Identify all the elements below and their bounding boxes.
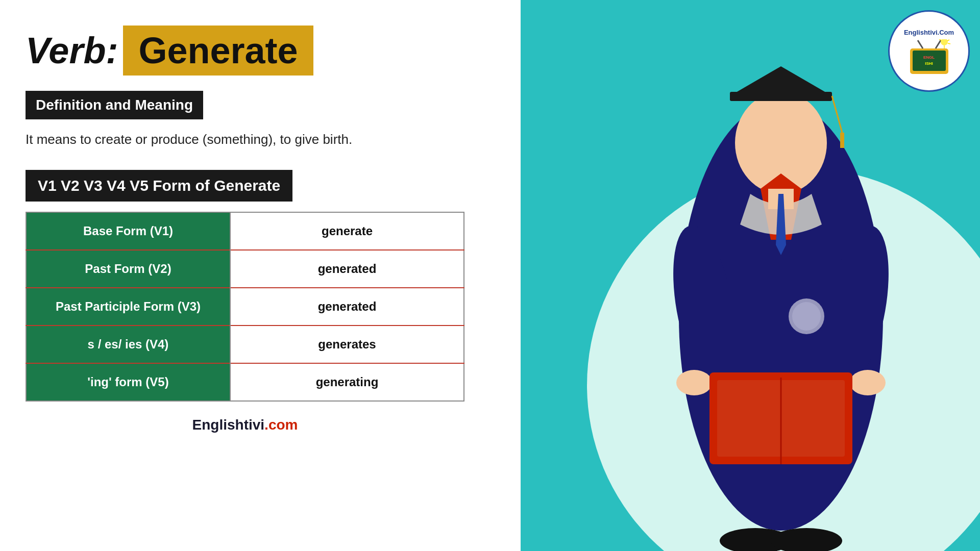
svg-line-25 [936,40,941,48]
graduate-figure [607,61,954,551]
verb-title: Verb: Generate [26,26,464,76]
svg-point-17 [771,528,842,551]
table-value-cell: generating [230,363,464,401]
verb-word: Generate [138,30,298,71]
definition-text: It means to create or produce (something… [26,130,464,149]
table-row: 'ing' form (V5)generating [26,363,464,401]
verb-label: Verb: [26,30,118,71]
table-value-cell: generates [230,325,464,363]
svg-line-29 [948,43,950,44]
svg-rect-21 [913,51,946,71]
logo-text: Englishtivi.Com [900,26,958,40]
svg-point-9 [676,370,712,395]
svg-text:ISHI: ISHI [925,61,933,66]
svg-point-19 [792,302,821,331]
table-value-cell: generate [230,212,464,250]
main-content: Verb: Generate Definition and Meaning It… [0,0,490,551]
table-value-cell: generated [230,250,464,288]
verb-forms-table: Base Form (V1)generatePast Form (V2)gene… [26,212,464,402]
table-label-cell: Base Form (V1) [26,212,230,250]
verb-word-box: Generate [123,26,313,76]
table-row: Past Participle Form (V3)generated [26,288,464,325]
logo-area: Englishtivi.Com ENGL ISHI [888,10,970,92]
svg-text:ENGL: ENGL [923,55,934,60]
svg-line-24 [918,40,923,48]
forms-heading: V1 V2 V3 V4 V5 Form of Generate [26,170,292,202]
logo-circle: Englishtivi.Com ENGL ISHI [888,10,970,92]
table-row: Past Form (V2)generated [26,250,464,288]
table-row: s / es/ ies (V4)generates [26,325,464,363]
table-value-cell: generated [230,288,464,325]
table-label-cell: Past Participle Form (V3) [26,288,230,325]
svg-point-26 [941,39,948,45]
table-label-cell: Past Form (V2) [26,250,230,288]
svg-point-10 [850,370,886,395]
svg-marker-3 [730,66,832,96]
footer-text-black: Englishtivi [192,417,265,433]
svg-line-4 [832,96,842,133]
table-label-cell: s / es/ ies (V4) [26,325,230,363]
svg-line-28 [947,40,949,41]
svg-rect-5 [840,133,844,148]
svg-line-30 [939,39,941,40]
footer-text-red: .com [264,417,298,433]
definition-heading: Definition and Meaning [26,91,203,119]
table-row: Base Form (V1)generate [26,212,464,250]
table-label-cell: 'ing' form (V5) [26,363,230,401]
logo-tv-icon: ENGL ISHI [908,39,951,76]
footer: Englishtivi.com [26,417,464,433]
